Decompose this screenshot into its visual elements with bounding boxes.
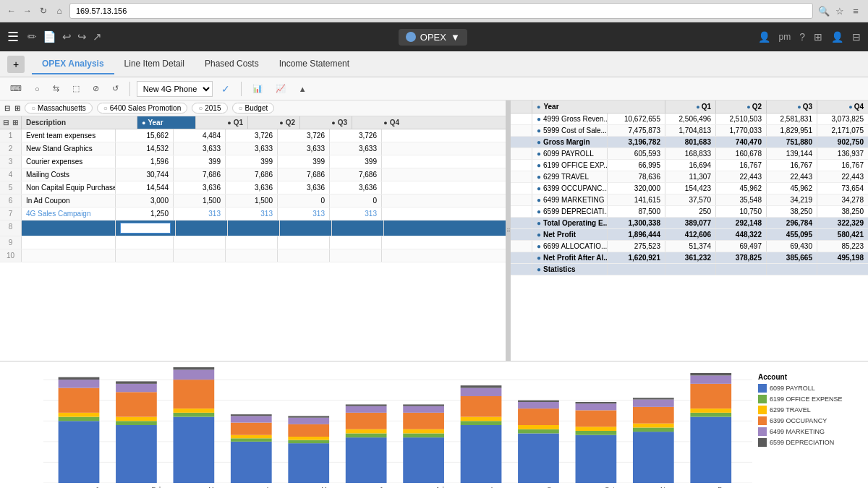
row-desc[interactable]: 4G Sales Campaign [22,207,116,220]
tab-line-item[interactable]: Line Item Detail [114,54,195,74]
right-table-row[interactable]: ●6199 OFFICE EXP... 66,995 16,694 16,767… [511,160,868,171]
row-q1 [176,221,228,236]
right-table-row[interactable]: ●Total Operating E... 1,300,338 389,077 … [511,218,868,229]
filter-budget[interactable]: ○ Budget [232,103,275,114]
expand-icon[interactable]: ● [537,254,541,262]
camera-icon[interactable]: ○ [30,83,44,95]
right-table-row[interactable]: ●6099 PAYROLL 605,593 168,833 160,678 13… [511,148,868,160]
share-icon[interactable]: ↗ [93,30,102,43]
expand-icon[interactable]: ● [537,196,541,204]
col-q1-header[interactable]: ● Q1 [195,116,247,129]
legend-item: 6499 MARKETING [758,427,855,436]
right-row-q2: 740,470 [716,137,767,147]
right-table-row[interactable]: ●Net Profit After Al... 1,620,921 361,23… [511,252,868,264]
doc-icon[interactable]: 📄 [43,30,56,43]
row-q2: 3,636 [226,181,278,194]
tab-income-statement[interactable]: Income Statement [269,54,359,74]
right-table-row[interactable]: ●6499 MARKETING 141,615 37,570 35,548 34… [511,194,868,206]
svg-rect-20 [116,417,157,421]
right-table-row[interactable]: ●Gross Margin 3,196,782 801,683 740,470 … [511,137,868,148]
opex-selector[interactable]: OPEX ▼ [399,29,467,46]
table-row[interactable]: 8 [0,221,506,236]
product-select[interactable]: New 4G Phone [137,81,213,97]
edit-icon[interactable]: ✏ [27,30,37,43]
grid-icon[interactable]: ⊟ [852,31,861,43]
table-row[interactable]: 3Courier expenses1,596399399399399 [0,155,506,168]
star-icon[interactable]: ☆ [833,4,846,17]
expand-icon[interactable]: ● [537,184,541,192]
hamburger-menu[interactable]: ☰ [7,29,19,45]
right-table-row[interactable]: ●4999 Gross Reven... 10,672,655 2,506,49… [511,114,868,125]
expand-icon[interactable]: ● [537,219,541,227]
right-table-row[interactable]: ●6599 DEPRECIATI... 87,500 250 10,750 38… [511,206,868,218]
right-row-desc: ●4999 Gross Reven... [532,114,608,124]
right-table-row[interactable]: ●6699 ALLOCATIO... 275,523 51,374 69,497… [511,241,868,252]
export-icon[interactable]: 📊 [248,82,267,95]
col-desc-header[interactable]: Description [22,116,137,129]
nav-refresh[interactable]: ↻ [38,5,49,17]
right-row-q2: 10,750 [716,206,767,217]
collapse-icon[interactable]: ▲ [294,83,311,95]
tab-opex-analysis[interactable]: OPEX Analysis [32,54,114,74]
col-q3-header[interactable]: ● Q3 [299,116,352,129]
nav-back[interactable]: ← [6,5,17,17]
table-row[interactable]: 10 [0,249,506,262]
filter-sales[interactable]: ○ 6400 Sales Promotion [97,103,187,114]
search-icon[interactable]: 🔍 [817,4,830,17]
confirm-icon[interactable]: ✓ [217,82,234,96]
col-q4-header[interactable]: ● Q4 [352,116,404,129]
filter-collapse-icon[interactable]: ⊟ [4,104,10,112]
table-row[interactable]: 1Event team expenses15,6624,4843,7263,72… [0,129,506,142]
settings-icon[interactable]: ⊞ [814,31,822,43]
redo-icon[interactable]: ↪ [77,30,87,43]
undo-icon[interactable]: ↩ [62,30,72,43]
table-row[interactable]: 6In Ad Coupon3,0001,5001,50000 [0,194,506,207]
expand-icon[interactable]: ● [537,138,541,146]
filter-year[interactable]: ○ 2015 [192,103,227,114]
expand-icon[interactable]: ● [537,173,541,181]
url-text: 169.57.13.156 [76,7,127,15]
nav-home[interactable]: ⌂ [54,5,65,17]
user-icon[interactable]: 👤 [758,31,770,43]
tab-phased-costs[interactable]: Phased Costs [195,54,269,74]
right-table-row[interactable]: ●Net Profit 1,896,444 412,606 448,322 45… [511,229,868,241]
col-q2-header[interactable]: ● Q2 [247,116,299,129]
chart-icon[interactable]: 📈 [271,82,290,95]
menu-icon[interactable]: ≡ [849,4,862,17]
connect-icon[interactable]: ⇆ [48,82,64,95]
expand-icon[interactable]: ● [537,161,541,169]
table-row[interactable]: 5Non Capital Equip Purchase14,5443,6363,… [0,181,506,194]
right-table-row[interactable]: ●6299 TRAVEL 78,636 11,307 22,443 22,443… [511,171,868,183]
table-row[interactable]: 2New Stand Graphics14,5323,6333,6333,633… [0,142,506,155]
address-bar[interactable]: 169.57.13.156 [69,3,813,19]
help-icon[interactable]: ? [799,31,805,43]
expand-icon[interactable]: ● [537,231,541,239]
account-icon[interactable]: 👤 [831,31,843,43]
row-q4: 399 [330,155,382,168]
right-table-row[interactable]: ●6399 OCCUPANC... 320,000 154,423 45,962… [511,183,868,194]
sync-icon[interactable]: ↺ [108,82,123,95]
expand-icon[interactable]: ● [537,207,541,215]
right-row-q2 [716,264,767,275]
right-row-q1: 154,423 [665,183,716,194]
expand-icon[interactable]: ● [537,115,541,123]
row-q4 [332,221,384,236]
select-icon[interactable]: ⬚ [68,82,84,95]
terminal-icon[interactable]: ⌨ [6,82,26,95]
expand-icon[interactable]: ● [537,127,541,134]
add-tab-btn[interactable]: + [7,56,25,73]
expand-icon[interactable]: ● [537,242,541,250]
right-table-row[interactable]: ●Statistics [511,264,868,275]
cancel-icon[interactable]: ⊘ [88,82,103,95]
right-row-q3: 2,581,831 [767,114,817,124]
table-row[interactable]: 9 [0,236,506,249]
right-table-row[interactable]: ●5999 Cost of Sale... 7,475,873 1,704,81… [511,125,868,137]
nav-forward[interactable]: → [22,5,33,17]
table-row[interactable]: 74G Sales Campaign1,250313313313313 [0,207,506,221]
row-year-input[interactable] [120,223,171,234]
expand-icon[interactable]: ● [537,150,541,158]
table-row[interactable]: 4Mailing Costs30,7447,6867,6867,6867,686 [0,168,506,181]
expand-icon[interactable]: ● [537,265,541,273]
filter-org[interactable]: ○ Massachusetts [25,103,93,114]
col-year-header[interactable]: ● Year [137,116,195,129]
